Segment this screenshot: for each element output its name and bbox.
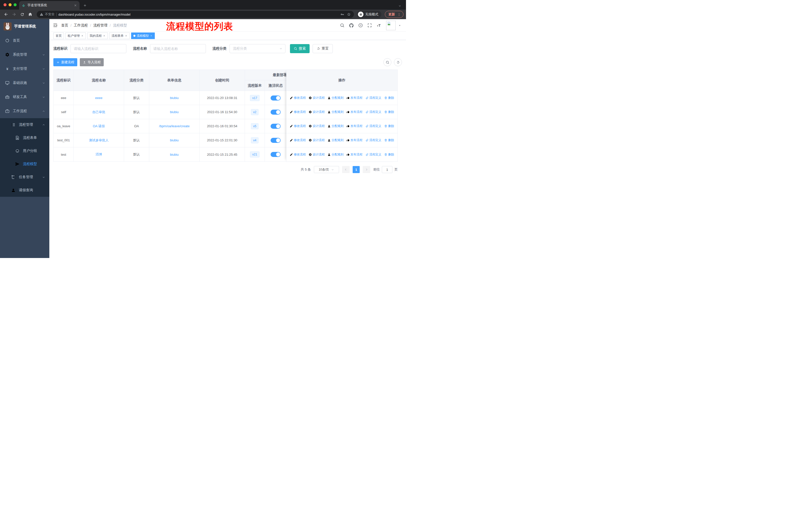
browser-menu-dots-icon[interactable] — [397, 12, 401, 17]
close-window-button[interactable] — [3, 3, 6, 6]
fullscreen-icon[interactable] — [367, 23, 372, 28]
sidebar-item-plane[interactable]: 流程模型 — [0, 158, 49, 170]
design-action[interactable]: 设计流程 — [309, 124, 325, 128]
definition-action[interactable]: 流程定义 — [365, 124, 381, 128]
sidebar-item-list[interactable]: 流程管理 — [0, 118, 49, 131]
reload-icon[interactable] — [19, 11, 26, 18]
browser-update-button[interactable]: 更新 — [385, 11, 404, 18]
form-link[interactable]: biubiu — [170, 110, 179, 114]
tab-search-chevron-icon[interactable] — [398, 4, 402, 7]
sidebar-item-briefcase[interactable]: 工作流程 — [0, 104, 49, 118]
page-size-select[interactable]: 10条/页 — [314, 166, 339, 173]
publish-action[interactable]: 发布流程 — [346, 96, 362, 100]
active-switch[interactable] — [270, 138, 281, 143]
password-key-icon[interactable] — [340, 12, 344, 17]
sidebar-item-tasks[interactable]: 任务管理 — [0, 170, 49, 184]
delete-action[interactable]: 删除 — [384, 124, 394, 128]
definition-action[interactable]: 流程定义 — [365, 153, 381, 157]
forward-icon[interactable] — [10, 11, 18, 18]
design-action[interactable]: 设计流程 — [309, 110, 325, 114]
breadcrumb-item[interactable]: 工作流程 — [74, 23, 88, 28]
address-bar[interactable]: 不安全 dashboard.yudao.iocoder.cn/bpm/manag… — [37, 11, 354, 18]
prev-page-button[interactable] — [342, 166, 350, 173]
form-link[interactable]: biubiu — [170, 96, 179, 100]
sidebar-collapse-icon[interactable] — [53, 23, 58, 28]
name-link[interactable]: 测试多审批人 — [89, 138, 109, 143]
search-icon[interactable] — [340, 23, 345, 28]
assign-rule-action[interactable]: 分配规则 — [327, 153, 344, 157]
avatar[interactable] — [386, 21, 396, 30]
minimize-window-button[interactable] — [8, 3, 11, 6]
edit-action[interactable]: 修改流程 — [290, 110, 306, 114]
close-icon[interactable] — [81, 34, 84, 37]
next-page-button[interactable] — [363, 166, 370, 173]
definition-action[interactable]: 流程定义 — [365, 110, 381, 114]
page-number-1[interactable]: 1 — [353, 166, 360, 173]
tab-tag[interactable]: 我的流程 — [87, 32, 108, 39]
search-button[interactable]: 搜索 — [290, 44, 310, 53]
github-icon[interactable] — [349, 23, 354, 28]
delete-action[interactable]: 删除 — [384, 110, 394, 114]
design-action[interactable]: 设计流程 — [309, 138, 325, 142]
sidebar-item-group[interactable]: 用户分组 — [0, 144, 49, 158]
sidebar-item-toolbox[interactable]: 研发工具 — [0, 90, 49, 104]
definition-action[interactable]: 流程定义 — [365, 138, 381, 142]
design-action[interactable]: 设计流程 — [309, 96, 325, 100]
breadcrumb-item[interactable]: 流程管理 — [93, 23, 108, 28]
bookmark-star-icon[interactable] — [347, 12, 351, 17]
sidebar-item-monitor[interactable]: 基础设施 — [0, 76, 49, 90]
delete-action[interactable]: 删除 — [384, 138, 394, 142]
name-link[interactable]: OA 请假 — [93, 124, 105, 129]
tab-tag[interactable]: 首页 — [53, 32, 64, 39]
url-text[interactable]: dashboard.yudao.iocoder.cn/bpm/manager/m… — [58, 12, 339, 17]
form-link[interactable]: biubiu — [170, 153, 179, 157]
sidebar-item-yen[interactable]: 支付管理 — [0, 62, 49, 76]
tab-tag[interactable]: 租户管理 — [65, 32, 86, 39]
zoom-window-button[interactable] — [13, 3, 17, 6]
sidebar-item-gear[interactable]: 系统管理 — [0, 48, 49, 62]
assign-rule-action[interactable]: 分配规则 — [327, 124, 344, 128]
active-switch[interactable] — [270, 152, 281, 157]
edit-action[interactable]: 修改流程 — [290, 96, 306, 100]
create-process-button[interactable]: 新建流程 — [53, 58, 77, 66]
assign-rule-action[interactable]: 分配规则 — [327, 138, 344, 142]
tab-tag[interactable]: 流程表单 — [109, 32, 129, 39]
home-icon[interactable] — [27, 11, 34, 18]
assign-rule-action[interactable]: 分配规则 — [327, 110, 344, 114]
name-link[interactable]: eeee — [95, 96, 103, 100]
process-id-input[interactable] — [70, 44, 126, 53]
breadcrumb-item[interactable]: 首页 — [61, 23, 68, 28]
form-link[interactable]: /bpm/oa/leave/create — [159, 124, 190, 128]
reset-button[interactable]: 重置 — [313, 44, 333, 53]
new-tab-button[interactable] — [81, 1, 89, 9]
security-indicator[interactable]: 不安全 — [40, 12, 55, 17]
name-link[interactable]: 自己审批 — [92, 110, 106, 114]
tab-close-icon[interactable] — [74, 4, 77, 7]
edit-action[interactable]: 修改流程 — [290, 124, 306, 128]
name-link[interactable]: 滔博 — [96, 152, 102, 157]
category-select[interactable]: 流程分类 — [230, 44, 285, 53]
assign-rule-action[interactable]: 分配规则 — [327, 96, 344, 100]
browser-tab[interactable]: 芋道管理系统 — [19, 1, 80, 9]
close-icon[interactable] — [125, 34, 127, 37]
design-action[interactable]: 设计流程 — [309, 153, 325, 157]
close-icon[interactable] — [103, 34, 106, 37]
close-icon[interactable] — [150, 34, 152, 37]
avatar-caret-down-icon[interactable] — [398, 24, 402, 27]
definition-action[interactable]: 流程定义 — [365, 96, 381, 100]
active-switch[interactable] — [270, 124, 281, 129]
active-switch[interactable] — [270, 110, 281, 115]
publish-action[interactable]: 发布流程 — [346, 153, 362, 157]
font-size-icon[interactable] — [376, 23, 382, 28]
tab-active-tag[interactable]: 流程模型 — [131, 32, 155, 39]
back-icon[interactable] — [2, 11, 9, 18]
delete-action[interactable]: 删除 — [384, 96, 394, 100]
process-name-input[interactable] — [150, 44, 206, 53]
active-switch[interactable] — [270, 96, 281, 101]
delete-action[interactable]: 删除 — [384, 153, 394, 157]
toggle-search-button[interactable] — [383, 58, 392, 66]
refresh-table-button[interactable] — [394, 58, 402, 66]
edit-action[interactable]: 修改流程 — [290, 153, 306, 157]
import-process-button[interactable]: 导入流程 — [80, 58, 104, 66]
form-link[interactable]: biubiu — [170, 138, 179, 142]
